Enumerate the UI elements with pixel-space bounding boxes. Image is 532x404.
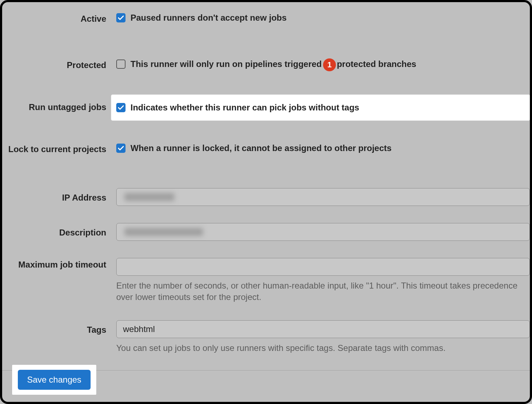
label-tags: Tags	[2, 320, 116, 335]
input-tags[interactable]	[116, 320, 530, 338]
input-ip-address[interactable]	[116, 188, 530, 206]
row-tags: Tags You can set up jobs to only use run…	[2, 310, 530, 360]
callout-number: 1	[327, 60, 332, 69]
callout-badge: 1	[323, 58, 336, 71]
redacted-description	[124, 228, 203, 236]
label-protected: Protected	[2, 59, 116, 71]
checkbox-active-text: Paused runners don't accept new jobs	[131, 13, 287, 23]
footer-highlight: Save changes	[12, 365, 96, 395]
row-max-timeout: Maximum job timeout Enter the number of …	[2, 247, 530, 310]
checkbox-run-untagged[interactable]	[116, 103, 126, 112]
input-max-timeout[interactable]	[116, 258, 530, 276]
checkbox-active[interactable]	[116, 13, 126, 22]
input-description[interactable]	[116, 223, 530, 241]
checkbox-protected-text: This runner will only run on pipelines t…	[131, 59, 416, 69]
label-active: Active	[2, 13, 116, 24]
row-description: Description	[2, 212, 530, 247]
checkbox-lock-text: When a runner is locked, it cannot be as…	[131, 143, 392, 153]
label-run-untagged: Run untagged jobs	[2, 95, 116, 113]
help-max-timeout: Enter the number of seconds, or other hu…	[116, 280, 526, 303]
save-button[interactable]: Save changes	[18, 370, 91, 390]
label-description: Description	[2, 223, 116, 238]
row-ip-address: IP Address	[2, 163, 530, 212]
row-active: Active Paused runners don't accept new j…	[2, 6, 530, 31]
checkbox-lock[interactable]	[116, 144, 126, 153]
label-max-timeout: Maximum job timeout	[2, 258, 116, 270]
label-lock: Lock to current projects	[2, 143, 116, 155]
redacted-ip	[124, 193, 174, 201]
checkbox-run-untagged-text: Indicates whether this runner can pick j…	[131, 103, 359, 113]
checkbox-protected[interactable]	[116, 59, 126, 69]
row-lock: Lock to current projects When a runner i…	[2, 129, 530, 163]
highlight-run-untagged: Indicates whether this runner can pick j…	[111, 95, 530, 120]
help-tags: You can set up jobs to only use runners …	[116, 342, 526, 354]
row-protected: Protected This runner will only run on p…	[2, 31, 530, 77]
row-run-untagged: Run untagged jobs Indicates whether this…	[2, 77, 530, 129]
label-ip-address: IP Address	[2, 188, 116, 203]
